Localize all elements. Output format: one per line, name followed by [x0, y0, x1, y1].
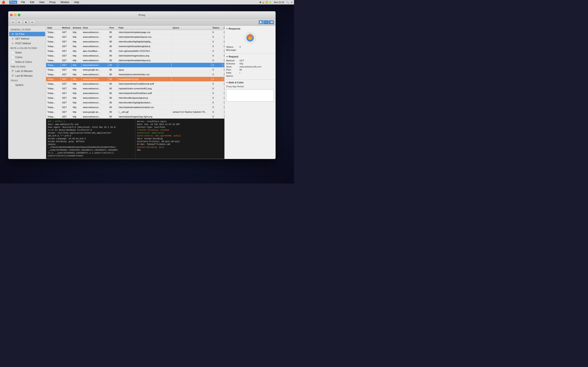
table-row[interactable]: Today...GEThttpwww.websecuri...80/www/st…	[46, 72, 224, 77]
table-cell: Today...	[46, 110, 61, 114]
table-row[interactable]: Today...GEThttpwww.websecuri...80/upload…	[46, 86, 224, 91]
table-cell: 0	[223, 30, 224, 34]
table-row[interactable]: Today...GEThttpwww.google-an...80/__utm.…	[46, 110, 224, 114]
toolbar-stop[interactable]: ◼	[23, 20, 29, 25]
table-cell: 0	[211, 35, 223, 39]
th-method[interactable]: Method	[61, 26, 71, 30]
sidebar-notes-colors[interactable]: 📄 Notes & Colors	[9, 60, 45, 64]
menubar-menu-icon[interactable]: ≡	[291, 1, 292, 3]
table-row[interactable]: Today...GEThttpwww.websecuri...80/www/sc…	[46, 44, 224, 49]
table-cell: 80	[108, 67, 117, 72]
table-row[interactable]: Today...GEThttpwww.websecuri...80/00	[46, 63, 224, 67]
th-query[interactable]: Query	[172, 26, 211, 30]
sidebar-system[interactable]: 📈 System	[9, 83, 45, 87]
main-panel: Date Method Scheme Host Port Path Query …	[46, 26, 224, 159]
table-row[interactable]: Today...GEThttpwww.websecuri...80/stem/b…	[46, 100, 224, 105]
menubar-window[interactable]: Window	[60, 1, 70, 4]
table-cell: Today...	[46, 39, 61, 44]
menubar-file[interactable]: File	[20, 1, 26, 4]
table-row[interactable]: Today...GEThttpwww.websecuri...80/stem/b…	[46, 96, 224, 100]
toolbar-skip-back[interactable]: ⏮	[10, 20, 16, 25]
menubar-view[interactable]: View	[38, 1, 45, 4]
th-port[interactable]: Port	[108, 26, 117, 30]
table-row[interactable]: Today...GEThttpwww.websecuri...80/stem/s…	[46, 58, 224, 63]
sidebar-last-10[interactable]: ⏱ Last 10 Minutes	[9, 69, 45, 73]
table-cell	[172, 53, 211, 58]
table-cell	[172, 105, 211, 109]
notes-colors-icon: 📄	[11, 60, 14, 63]
response-title[interactable]: Response	[226, 27, 274, 30]
toolbar-skip-fwd[interactable]: ⏭	[30, 20, 35, 25]
host-value: www.websecurify.com	[240, 66, 261, 68]
colors-icon: 📄	[11, 56, 14, 59]
sidebar-post-method[interactable]: ≡ POST Method	[9, 41, 45, 46]
message-label: Message:	[226, 49, 240, 51]
table-cell: /www/styles/contents/index.css	[117, 72, 172, 77]
table-cell: Today...	[46, 58, 61, 63]
table-row[interactable]: Today...GEThttpwww.websecuri...80/stem/s…	[46, 105, 224, 110]
th-path[interactable]: Path	[117, 26, 172, 30]
note-input[interactable]	[226, 89, 274, 101]
table-cell: 0	[211, 67, 223, 72]
table-cell: 0	[223, 67, 224, 72]
view-center-btn[interactable]	[264, 20, 269, 24]
close-button[interactable]	[10, 14, 13, 16]
apple-menu[interactable]: 🍎	[2, 1, 5, 4]
bottom-panel: GET / HTTP/1.1Host: www.websecurify.comU…	[46, 118, 224, 159]
table-row[interactable]: Today...GEThttpajax.cloudflare...80/cdn-…	[46, 49, 224, 53]
sidebar-system-label: System	[15, 83, 24, 86]
view-buttons	[259, 20, 274, 24]
table-row[interactable]: Today...GEThttpwww.websecuri...80/stem/s…	[46, 30, 224, 35]
svg-rect-0	[260, 21, 261, 23]
view-left-btn[interactable]	[259, 20, 264, 24]
general-filters-title: GENERAL FILTERS	[8, 27, 46, 32]
table-row[interactable]: Today...GEThttpwww.websecuri...80/stem/s…	[46, 114, 224, 118]
table-row[interactable]: Today...GEThttpwww.google-an...80/ga.js0…	[46, 67, 224, 72]
view-left-icon	[260, 21, 263, 24]
toolbar-play[interactable]: ▶	[17, 20, 22, 25]
table-cell: 0	[211, 100, 223, 105]
response-line: Content-Encoding: gzip	[137, 146, 223, 149]
th-status[interactable]: Status	[211, 26, 223, 30]
sidebar-notes[interactable]: 📄 Notes	[9, 50, 45, 55]
sidebar-no-filter[interactable]: ⊘ No Filter	[9, 32, 45, 36]
menubar-proxy[interactable]: Proxy	[49, 1, 57, 4]
table-cell: Today...	[46, 44, 61, 49]
th-scheme[interactable]: Scheme	[71, 26, 82, 30]
table-cell: GET	[61, 67, 71, 72]
table-row[interactable]: Today...GEThttpwww.websecuri...80/stem/s…	[46, 82, 224, 86]
method-value: GET	[240, 59, 244, 62]
port-field: Port: 80	[226, 68, 274, 71]
note-color-title[interactable]: Note & Color	[226, 81, 274, 84]
request-line: __cfduid=da52b4e99b3691e9e228ae41b54a6be…	[48, 146, 134, 149]
table-cell: http	[71, 58, 82, 63]
table-cell: 0	[223, 72, 224, 77]
menubar-help[interactable]: Help	[73, 1, 80, 4]
view-right-btn[interactable]	[269, 20, 274, 24]
table-row[interactable]: Today...GEThttpwww.websecuri...80/stem/b…	[46, 39, 224, 44]
table-row[interactable]: Today...GEThttpwww.websecuri...80/stem/s…	[46, 35, 224, 39]
toolbar: ⏮ ▶ ◼ ⏭	[8, 19, 276, 26]
menubar-edit[interactable]: Edit	[29, 1, 35, 4]
th-host[interactable]: Host	[82, 26, 108, 30]
maximize-button[interactable]	[18, 14, 20, 16]
post-method-icon: ≡	[11, 42, 14, 45]
th-date[interactable]: Date	[46, 26, 61, 30]
sidebar-colors[interactable]: 📄 Colors	[9, 55, 45, 59]
table-row[interactable]: Today...GEThttpwww.websecuri...80/stem/s…	[46, 91, 224, 96]
svg-rect-2	[265, 21, 266, 23]
table-cell: ajax.cloudflare...	[82, 49, 108, 53]
sidebar-last-60[interactable]: ⏱ Last 60 Minutes	[9, 74, 45, 78]
table-row[interactable]: Today...GEThttpwww.websecuri...80/stem/s…	[46, 53, 224, 58]
table-cell: Today...	[46, 30, 61, 34]
table-cell	[172, 30, 211, 34]
table-row[interactable]: Today...GEThttpwww.websecuri...80/upload…	[46, 77, 224, 82]
menubar-proxy-bold[interactable]: Proxy	[9, 1, 17, 4]
menubar-search-icon[interactable]: 🔍	[286, 1, 289, 4]
table-cell: 80	[108, 72, 117, 77]
th-length[interactable]: Length	[223, 26, 224, 30]
response-line: Server: cloudflare-nginx	[137, 120, 223, 123]
minimize-button[interactable]	[14, 14, 17, 16]
request-title[interactable]: Request	[226, 55, 274, 58]
sidebar-get-method[interactable]: ≡ GET Method	[9, 36, 45, 41]
